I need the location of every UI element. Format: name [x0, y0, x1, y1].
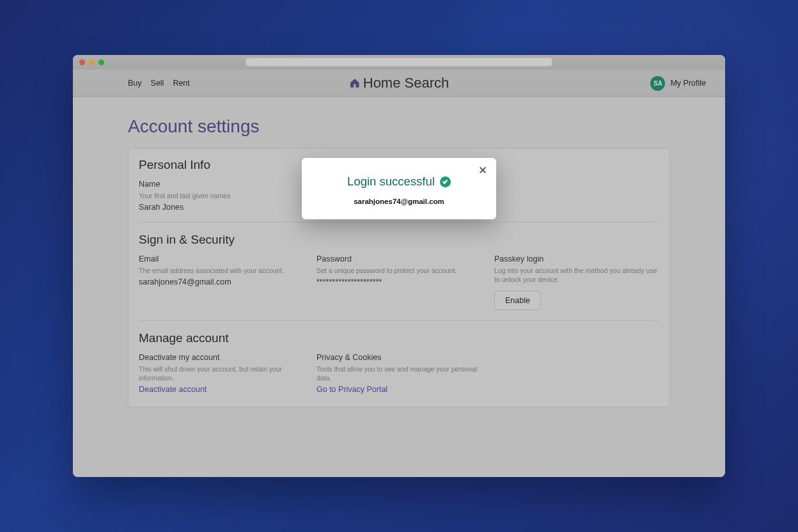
success-check-icon: [440, 176, 451, 187]
page-title: Account settings: [128, 116, 670, 137]
passkey-label: Passkey login: [494, 254, 659, 263]
email-desc: The email address associated with your a…: [139, 266, 304, 275]
home-icon: [349, 77, 361, 89]
privacy-label: Privacy & Cookies: [317, 353, 481, 362]
modal-title-text: Login successful: [347, 175, 435, 189]
brand-text: Home Search: [363, 75, 450, 91]
privacy-link[interactable]: Go to Privacy Portal: [317, 385, 481, 394]
primary-nav: Buy Sell Rent: [128, 79, 190, 88]
password-desc: Set a unique password to protect your ac…: [317, 266, 481, 275]
browser-window: Buy Sell Rent Home Search SA My Profile …: [73, 55, 725, 477]
brand[interactable]: Home Search: [349, 75, 450, 91]
minimize-window-icon[interactable]: [89, 59, 95, 65]
password-value: *********************: [317, 278, 481, 286]
modal-close-button[interactable]: [477, 164, 489, 176]
profile-menu[interactable]: SA My Profile: [650, 76, 706, 91]
modal-title: Login successful: [347, 175, 451, 189]
password-label: Password: [317, 254, 481, 263]
avatar: SA: [650, 76, 665, 91]
window-traffic-lights: [79, 59, 104, 65]
site-header: Buy Sell Rent Home Search SA My Profile: [73, 70, 725, 97]
privacy-desc: Tools that allow you to see and manage y…: [317, 364, 481, 382]
nav-buy[interactable]: Buy: [128, 79, 142, 88]
manage-heading: Manage account: [139, 331, 659, 345]
deactivate-desc: This will shut down your account, but re…: [139, 364, 304, 382]
name-label: Name: [139, 180, 304, 189]
page-content: Account settings Personal Info Name Your…: [73, 97, 725, 477]
maximize-window-icon[interactable]: [98, 59, 104, 65]
divider: [139, 320, 659, 321]
profile-label: My Profile: [670, 79, 706, 88]
email-value: sarahjones74@gmail.com: [139, 278, 304, 286]
address-bar[interactable]: [246, 58, 552, 66]
passkey-desc: Log into your account with the method yo…: [494, 266, 659, 284]
modal-subtitle: sarahjones74@gmail.com: [313, 198, 485, 205]
divider: [139, 222, 659, 223]
name-desc: Your first and last given names: [139, 191, 304, 200]
nav-rent[interactable]: Rent: [173, 79, 189, 88]
desktop-background: Buy Sell Rent Home Search SA My Profile …: [0, 0, 798, 532]
login-success-modal: Login successful sarahjones74@gmail.com: [302, 158, 496, 219]
deactivate-label: Deactivate my account: [139, 353, 304, 362]
email-label: Email: [139, 254, 304, 263]
nav-sell[interactable]: Sell: [151, 79, 164, 88]
security-heading: Sign in & Security: [139, 233, 659, 247]
close-window-icon[interactable]: [79, 59, 85, 65]
name-value: Sarah Jones: [139, 203, 304, 212]
deactivate-link[interactable]: Deactivate account: [139, 385, 304, 394]
window-titlebar: [73, 55, 725, 70]
enable-passkey-button[interactable]: Enable: [494, 291, 541, 310]
close-icon: [478, 166, 487, 175]
